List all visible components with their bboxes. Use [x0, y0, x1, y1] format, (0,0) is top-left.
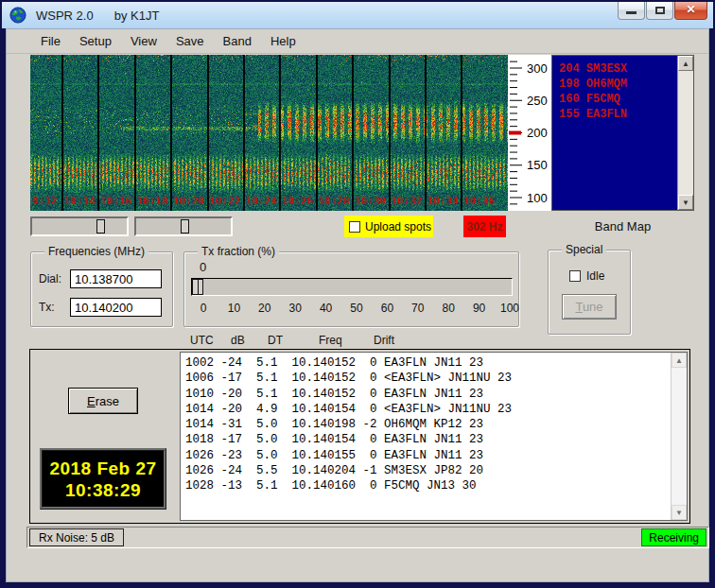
- decode-row: 1006 -17 5.1 10.140152 0 <EA3FLN> JN11NU…: [185, 371, 668, 386]
- maximize-button[interactable]: [646, 2, 673, 20]
- band-map-label: Band Map: [551, 219, 694, 233]
- globe-icon: [9, 7, 26, 24]
- tick-label: 70: [411, 302, 424, 315]
- decode-row: 1018 -17 5.0 10.140154 0 EA3FLN JN11 23: [185, 432, 668, 447]
- erase-button[interactable]: Erase: [68, 388, 138, 414]
- decode-row: 1014 -31 5.0 10.140198 -2 OH6MQM KP12 23: [185, 417, 668, 432]
- tick-label: 10: [228, 302, 240, 315]
- decode-row: 1014 -20 4.9 10.140154 0 <EA3FLN> JN11NU…: [185, 402, 668, 417]
- special-group: Special Idle Tune: [548, 250, 631, 335]
- frequencies-group: Frequencies (MHz) Dial: Tx:: [30, 251, 173, 327]
- menu-bar: File Setup View Save Band Help: [7, 29, 708, 54]
- decoded-spots-box[interactable]: 1002 -24 5.1 10.140152 0 EA3FLN JN11 23 …: [180, 352, 688, 521]
- column-header-db: dB: [231, 334, 245, 347]
- tx-fraction-group-label: Tx fraction (%): [198, 245, 279, 258]
- app-window: WSPR 2.0 by K1JT ✕ File Setup View Save …: [0, 0, 715, 588]
- scroll-up-icon[interactable]: ▲: [678, 56, 693, 71]
- band-map-entry[interactable]: 204 SM3ESX: [559, 61, 674, 77]
- tx-frequency-input[interactable]: [70, 298, 162, 317]
- menu-view[interactable]: View: [121, 31, 166, 51]
- band-map-entry[interactable]: 155 EA3FLN: [559, 107, 674, 122]
- waterfall-zero-slider[interactable]: [134, 216, 233, 236]
- tick-label: 50: [350, 302, 362, 315]
- menu-file[interactable]: File: [31, 31, 70, 51]
- tick-label: 40: [320, 302, 332, 315]
- clock-date: 2018 Feb 27: [49, 458, 156, 479]
- scroll-down-icon[interactable]: ▼: [678, 195, 693, 210]
- client-area: File Setup View Save Band Help 100150200…: [6, 28, 709, 582]
- window-title: WSPR 2.0: [36, 9, 94, 23]
- idle-checkbox[interactable]: [569, 270, 581, 282]
- column-header-dt: DT: [268, 334, 283, 347]
- band-map-panel[interactable]: 204 SM3ESX 198 OH6MQM 160 F5CMQ 155 EA3F…: [551, 55, 694, 211]
- svg-text:300: 300: [527, 61, 548, 76]
- tick-label: 20: [258, 302, 270, 315]
- window-subtitle: by K1JT: [114, 9, 160, 23]
- receiving-badge: Receiving: [641, 528, 706, 546]
- special-group-label: Special: [562, 243, 606, 256]
- minimize-button[interactable]: [618, 2, 645, 20]
- tx-fraction-group: Tx fraction (%) 0 0 10 20 30 40 50 60 70…: [183, 251, 519, 327]
- tick-label: 90: [473, 302, 485, 315]
- tick-label: 30: [289, 302, 302, 315]
- menu-setup[interactable]: Setup: [70, 31, 121, 51]
- clock-display: 2018 Feb 27 10:38:29: [40, 448, 166, 510]
- upload-spots-checkbox[interactable]: [349, 221, 360, 233]
- tx-fraction-value: 0: [200, 260, 206, 274]
- decode-panel: Erase 2018 Feb 27 10:38:29 1002 -24 5.1 …: [29, 349, 690, 524]
- close-button[interactable]: ✕: [674, 2, 707, 20]
- menu-save[interactable]: Save: [166, 31, 214, 51]
- idle-label: Idle: [586, 269, 604, 283]
- waterfall-gain-slider[interactable]: [30, 216, 129, 236]
- tick-label: 80: [443, 302, 455, 315]
- tx-fraction-slider[interactable]: [191, 278, 513, 296]
- slider-thumb[interactable]: [96, 219, 105, 233]
- close-icon: ✕: [675, 3, 706, 16]
- upload-spots-label: Upload spots: [365, 220, 431, 233]
- tick-label: 60: [381, 302, 393, 315]
- svg-text:150: 150: [527, 158, 548, 172]
- waterfall-spectrogram[interactable]: [30, 55, 508, 211]
- column-header-utc: UTC: [190, 334, 214, 347]
- minimize-icon: [626, 11, 637, 14]
- frequencies-group-label: Frequencies (MHz): [44, 245, 148, 258]
- menu-band[interactable]: Band: [214, 31, 261, 51]
- slider-thumb[interactable]: [181, 219, 189, 233]
- menu-help[interactable]: Help: [261, 31, 305, 51]
- tune-button[interactable]: Tune: [562, 294, 617, 320]
- tx-label: Tx:: [39, 301, 70, 314]
- column-header-drift: Drift: [374, 334, 394, 347]
- decode-scrollbar[interactable]: ▲ ▼: [671, 353, 687, 520]
- dial-label: Dial:: [39, 272, 70, 285]
- band-map-entry[interactable]: 198 OH6MQM: [559, 77, 674, 92]
- band-map-entry[interactable]: 160 F5CMQ: [559, 92, 674, 107]
- dial-frequency-input[interactable]: [70, 269, 162, 288]
- tx-fraction-thumb[interactable]: [192, 279, 203, 295]
- column-header-freq: Freq: [319, 334, 342, 347]
- decode-row: 1010 -20 5.1 10.140152 0 EA3FLN JN11 23: [185, 387, 668, 402]
- window-controls: ✕: [617, 2, 707, 20]
- tick-label: 0: [201, 302, 207, 315]
- freq-marker-badge: 302 Hz: [463, 216, 506, 237]
- scroll-down-icon[interactable]: ▼: [671, 505, 687, 520]
- frequency-scale: 100150200250300: [508, 55, 551, 211]
- decode-row: 1026 -23 5.0 10.140155 0 EA3FLN JN11 23: [185, 448, 668, 463]
- svg-text:200: 200: [527, 126, 548, 140]
- tx-fraction-tick-labels: 0 10 20 30 40 50 60 70 80 90 100: [191, 302, 513, 317]
- scroll-up-icon[interactable]: ▲: [671, 353, 687, 368]
- svg-text:250: 250: [527, 94, 548, 108]
- rx-noise-status: Rx Noise: 5 dB: [29, 528, 124, 546]
- decode-row: 1028 -13 5.1 10.140160 0 F5CMQ JN13 30: [185, 478, 668, 493]
- upload-spots-control: Upload spots: [344, 216, 433, 237]
- decoded-spots-text: 1002 -24 5.1 10.140152 0 EA3FLN JN11 23 …: [185, 355, 668, 520]
- svg-text:100: 100: [527, 191, 548, 205]
- decode-row: 1002 -24 5.1 10.140152 0 EA3FLN JN11 23: [185, 355, 668, 371]
- band-map-scrollbar[interactable]: ▲ ▼: [677, 56, 693, 210]
- decode-row: 1026 -24 5.5 10.140204 -1 SM3ESX JP82 20: [185, 463, 668, 478]
- title-bar[interactable]: WSPR 2.0 by K1JT ✕: [2, 2, 713, 28]
- maximize-icon: [655, 7, 665, 14]
- status-bar: Rx Noise: 5 dB Receiving: [26, 527, 709, 548]
- clock-time: 10:38:29: [65, 479, 141, 501]
- tick-label: 100: [500, 302, 519, 315]
